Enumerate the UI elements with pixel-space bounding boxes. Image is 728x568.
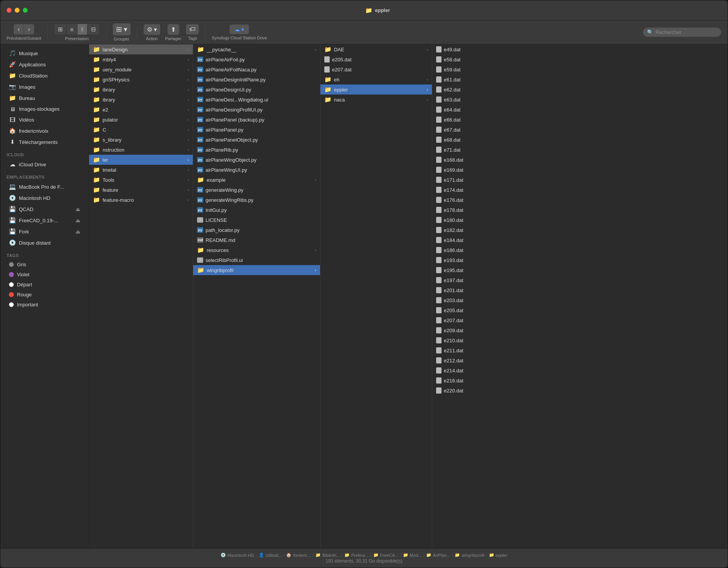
- sidebar-item-bureau[interactable]: 📁 Bureau: [3, 93, 86, 103]
- sidebar-item-fork[interactable]: 💾 Fork ⏏: [3, 226, 86, 237]
- list-item[interactable]: e186.dat: [432, 245, 728, 255]
- list-item[interactable]: e211.dat: [432, 345, 728, 355]
- list-item[interactable]: e182.dat: [432, 225, 728, 235]
- breadcrumb-item[interactable]: 📁 wingribprofil: [455, 553, 484, 558]
- sidebar-item-applications[interactable]: 🚀 Applications: [3, 59, 86, 70]
- list-item[interactable]: e66.dat: [432, 115, 728, 125]
- list-item[interactable]: py airPlaneRib.py: [193, 145, 320, 155]
- sidebar-item-musique[interactable]: 🎵 Musique: [3, 48, 86, 59]
- list-item[interactable]: f LICENSE: [193, 215, 320, 225]
- list-item[interactable]: e209.dat: [432, 325, 728, 335]
- list-item[interactable]: 📁 C ›: [89, 125, 193, 135]
- list-item[interactable]: e216.dat: [432, 375, 728, 385]
- list-view-button[interactable]: ≡: [67, 24, 78, 35]
- list-item[interactable]: 📁 ibrary ›: [89, 95, 193, 105]
- grouper-button[interactable]: ⊞ ▾: [113, 23, 131, 36]
- maximize-button[interactable]: [23, 8, 28, 13]
- list-item[interactable]: md README.md: [193, 235, 320, 245]
- list-item[interactable]: e214.dat: [432, 365, 728, 375]
- sidebar-item-qcad[interactable]: 💾 QCAD ⏏: [3, 204, 86, 215]
- minimize-button[interactable]: [15, 8, 20, 13]
- sidebar-item-telechargements[interactable]: ⬇ Téléchargements: [3, 137, 86, 147]
- list-item[interactable]: e67.dat: [432, 125, 728, 135]
- list-item[interactable]: e220.dat: [432, 385, 728, 396]
- list-item[interactable]: e178.dat: [432, 205, 728, 215]
- sidebar-tag-gris[interactable]: Gris: [3, 260, 86, 269]
- list-item[interactable]: 📁 eppler ›: [320, 85, 432, 95]
- sidebar-item-images-stockages[interactable]: 🖥 Images-stockages: [3, 104, 86, 114]
- breadcrumb-item[interactable]: 📁 Prefere...: [344, 553, 369, 558]
- list-item[interactable]: 📁 e2 ›: [89, 105, 193, 115]
- list-item[interactable]: e195.dat: [432, 265, 728, 275]
- list-item[interactable]: e174.dat: [432, 185, 728, 195]
- list-item[interactable]: py generateWing.py: [193, 185, 320, 195]
- column-view-button[interactable]: ⫴: [78, 24, 88, 35]
- list-item[interactable]: 📁 example ›: [193, 175, 320, 185]
- list-item[interactable]: e64.dat: [432, 105, 728, 115]
- list-item[interactable]: f selectRibProfil.ui: [193, 255, 320, 265]
- list-item[interactable]: py airPlaneDesignUI.py: [193, 85, 320, 95]
- sidebar-tag-depart[interactable]: Départ: [3, 280, 86, 289]
- fork-eject-icon[interactable]: ⏏: [76, 229, 80, 235]
- sidebar-item-macbook[interactable]: 💻 MacBook Pro de F...: [3, 181, 86, 192]
- sidebar-item-fredericnivoix[interactable]: 🏠 fredericnivoix: [3, 125, 86, 136]
- breadcrumb-item[interactable]: 📁 eppler: [489, 553, 508, 558]
- list-item[interactable]: e212.dat: [432, 355, 728, 365]
- breadcrumb-item[interactable]: 📁 Mod...: [403, 553, 422, 558]
- list-item[interactable]: e184.dat: [432, 235, 728, 245]
- back-button[interactable]: ‹: [13, 24, 24, 35]
- breadcrumb-item[interactable]: 📁 FreeCA...: [373, 553, 398, 558]
- list-item[interactable]: 📁 uery_module ›: [89, 64, 193, 74]
- list-item[interactable]: py airPlaneWingUI.py: [193, 165, 320, 175]
- list-item[interactable]: e63.dat: [432, 95, 728, 105]
- breadcrumb-item[interactable]: 👤 Utilisat...: [259, 553, 282, 558]
- list-item[interactable]: e49.dat: [432, 44, 728, 54]
- breadcrumb-item[interactable]: 💿 Macintosh HD: [221, 553, 254, 558]
- list-item[interactable]: 📁 eh ›: [320, 74, 432, 85]
- list-item[interactable]: 📁 tmetal ›: [89, 165, 193, 175]
- list-item[interactable]: 📁 resources ›: [193, 245, 320, 255]
- list-item[interactable]: 📁 laneDesign ›: [89, 44, 193, 54]
- sidebar-tag-violet[interactable]: Violet: [3, 270, 86, 279]
- list-item[interactable]: 📁 DAE ›: [320, 44, 432, 54]
- list-item[interactable]: e68.dat: [432, 135, 728, 145]
- list-item[interactable]: e58.dat: [432, 54, 728, 64]
- sidebar-item-images[interactable]: 📷 Images: [3, 81, 86, 92]
- close-button[interactable]: [7, 8, 12, 13]
- list-item[interactable]: e201.dat: [432, 285, 728, 295]
- sidebar-item-disque-distant[interactable]: 💿 Disque distant: [3, 237, 86, 248]
- nav-button-group[interactable]: ‹ ›: [13, 24, 34, 35]
- list-item[interactable]: e205.dat: [432, 305, 728, 315]
- list-item[interactable]: py airPlaneDesingProfilUI.py: [193, 105, 320, 115]
- list-item[interactable]: py InitGui.py: [193, 205, 320, 215]
- list-item[interactable]: py airPlaneWingObject.py: [193, 155, 320, 165]
- icon-view-button[interactable]: ⊞: [54, 24, 67, 35]
- list-item[interactable]: e62.dat: [432, 85, 728, 95]
- list-item[interactable]: e59.dat: [432, 64, 728, 74]
- list-item[interactable]: e203.dat: [432, 295, 728, 305]
- list-item[interactable]: py airPlaneDesignInitPlane.py: [193, 74, 320, 85]
- list-item[interactable]: 📁 feature ›: [89, 185, 193, 195]
- list-item[interactable]: 📁 gnSPHysics ›: [89, 74, 193, 85]
- list-item[interactable]: 📁 ibrary ›: [89, 85, 193, 95]
- list-item[interactable]: py airPlaneAirFoil.py: [193, 54, 320, 64]
- list-item[interactable]: 📁 nstruction ›: [89, 145, 193, 155]
- tags-button[interactable]: 🏷: [186, 24, 199, 35]
- list-item[interactable]: 📁 wingribprofil ›: [193, 265, 320, 275]
- list-item[interactable]: e197.dat: [432, 275, 728, 285]
- gallery-view-button[interactable]: ⊟: [88, 24, 99, 35]
- list-item[interactable]: e61.dat: [432, 74, 728, 85]
- list-item[interactable]: py path_locator.py: [193, 225, 320, 235]
- sidebar-tag-important[interactable]: Important: [3, 300, 86, 309]
- sidebar-item-cloudstation[interactable]: 📁 CloudStation: [3, 70, 86, 81]
- sidebar-tag-rouge[interactable]: Rouge: [3, 290, 86, 299]
- list-item[interactable]: py airPlanePanel.py: [193, 125, 320, 135]
- list-item[interactable]: py airPlanePanel (backup).py: [193, 115, 320, 125]
- list-item[interactable]: e193.dat: [432, 255, 728, 265]
- list-item[interactable]: 📁 feature-macro ›: [89, 195, 193, 205]
- list-item[interactable]: py generateWingRibs.py: [193, 195, 320, 205]
- synology-button[interactable]: ☁ ▾: [229, 24, 249, 34]
- list-item[interactable]: e207.dat: [320, 64, 432, 74]
- sidebar-item-macintosh[interactable]: 💿 Macintosh HD: [3, 193, 86, 203]
- sidebar-item-icloud-drive[interactable]: ☁ iCloud Drive: [3, 159, 86, 170]
